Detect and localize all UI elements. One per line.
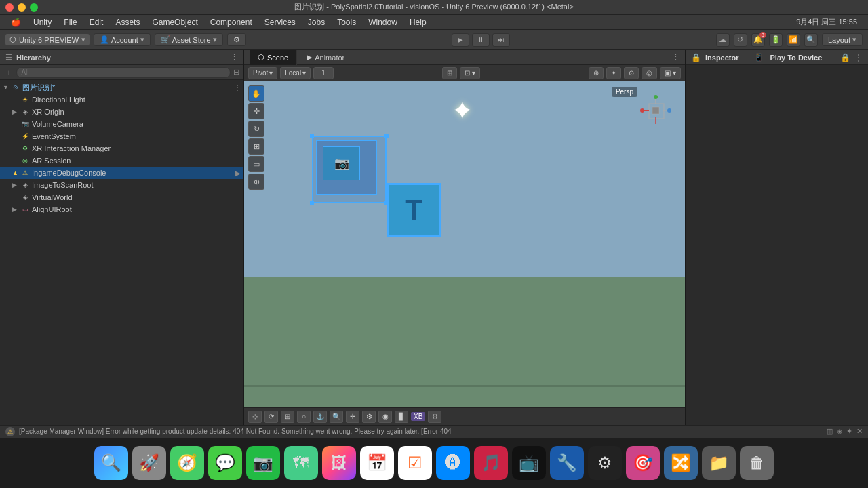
settings-button[interactable]: ⚙ (227, 33, 246, 46)
dock-trash[interactable]: 🗑 (740, 446, 774, 480)
dock-finder[interactable]: 🔍 (94, 446, 128, 480)
hierarchy-item-xr-origin[interactable]: ▶ ◈ XR Origin (0, 106, 243, 118)
collab-button[interactable]: ↺ (734, 33, 747, 47)
scale-btn[interactable]: ⊞ (281, 411, 294, 423)
custom1-btn[interactable]: ⚙ (362, 411, 376, 423)
minimize-button[interactable] (18, 3, 26, 12)
fx-btn[interactable]: ✦ (606, 67, 621, 79)
local-dropdown[interactable]: Local ▾ (280, 67, 311, 79)
hierarchy-item-scene[interactable]: ▼ ⊙ 图片识别* ⋮ (0, 81, 243, 94)
hierarchy-item-event-system[interactable]: ⚡ EventSystem (0, 130, 243, 142)
hierarchy-item-ingame-debug-console[interactable]: ▲ ⚠ IngameDebugConsole ▶ (0, 167, 243, 179)
transform-tool-icon[interactable]: ⊕ (248, 174, 264, 190)
status-icon3[interactable]: ✦ (846, 427, 852, 436)
menu-apple[interactable]: 🍎 (5, 16, 26, 28)
move-tool-icon[interactable]: ✛ (248, 103, 264, 119)
notification-button[interactable]: 🔔 3 (751, 33, 765, 47)
hierarchy-more-icon[interactable]: ⋮ (231, 53, 238, 62)
hierarchy-item-xr-interaction-manager[interactable]: ⚙ XR Interaction Manager (0, 142, 243, 155)
traffic-lights[interactable] (5, 3, 38, 12)
dock-maps[interactable]: 🗺 (284, 446, 318, 480)
dock-safari[interactable]: 🧭 (170, 446, 204, 480)
anchor-btn[interactable]: ⚓ (313, 411, 327, 423)
menu-component[interactable]: Component (205, 16, 258, 28)
rotate-btn[interactable]: ⟳ (264, 411, 278, 423)
dock-photos[interactable]: 🖼 (322, 446, 356, 480)
gear-btn[interactable]: ⚙ (428, 411, 441, 423)
dock-unity[interactable]: ⚙ (588, 446, 622, 480)
dock-appstore[interactable]: 🅐 (436, 446, 470, 480)
scene-gizmo[interactable] (639, 94, 673, 129)
asset-store-button[interactable]: 🛒 Asset Store ▾ (155, 33, 223, 46)
close-button[interactable] (5, 3, 14, 12)
dock-facetime[interactable]: 📷 (246, 446, 280, 480)
cloud-button[interactable]: ☁ (716, 33, 730, 47)
search-bottom-btn[interactable]: 🔍 (330, 411, 343, 423)
dock-appletv[interactable]: 📺 (512, 446, 546, 480)
xb-badge[interactable]: XB (411, 412, 425, 421)
grid-display-btn[interactable]: ⊞ (442, 67, 457, 79)
menu-jobs[interactable]: Jobs (302, 16, 330, 28)
account-button[interactable]: 👤 Account ▾ (94, 33, 151, 46)
hierarchy-item-virtual-world[interactable]: ◈ VirtualWorld (0, 191, 243, 203)
scene-text-object: T (387, 183, 441, 237)
scene-tab-scene[interactable]: ⬡ Scene (250, 50, 297, 65)
render-btn[interactable]: ⊙ (624, 67, 639, 79)
hierarchy-item-volume-camera[interactable]: 📷 VolumeCamera (0, 118, 243, 130)
menu-unity[interactable]: Unity (28, 16, 57, 28)
dock-fork[interactable]: 🔀 (664, 446, 698, 480)
dock-music[interactable]: 🎵 (474, 446, 508, 480)
menu-help[interactable]: Help (404, 16, 432, 28)
hierarchy-toolbar: + ⊟ (0, 65, 243, 80)
menu-window[interactable]: Window (363, 16, 403, 28)
menu-assets[interactable]: Assets (110, 16, 145, 28)
status-close-icon[interactable]: ✕ (856, 427, 863, 436)
scene-viewport[interactable]: ✋ ✛ ↻ ⊞ ▭ ⊕ (244, 81, 685, 407)
dock-launchpad[interactable]: 🚀 (132, 446, 166, 480)
hierarchy-item-image-to-scan[interactable]: ▶ ◈ ImageToScanRoot (0, 179, 243, 191)
status-icon2[interactable]: ◈ (837, 427, 842, 436)
play-button[interactable]: ▶ (452, 33, 469, 47)
step-button[interactable]: ⏭ (492, 33, 510, 47)
dock-reminders[interactable]: ☑ (398, 446, 432, 480)
rotate-tool-icon[interactable]: ↻ (248, 121, 264, 137)
circle-btn[interactable]: ○ (297, 411, 311, 423)
scale-tool-icon[interactable]: ⊞ (248, 138, 264, 155)
shading-btn[interactable]: ⊡ ▾ (460, 67, 480, 79)
dock-calendar[interactable]: 📅 (360, 446, 394, 480)
inspector-more-icon[interactable]: ⋮ (854, 53, 863, 62)
hierarchy-item-ar-session[interactable]: ◎ AR Session (0, 155, 243, 167)
pivot-dropdown[interactable]: Pivot ▾ (248, 67, 277, 79)
menu-services[interactable]: Services (259, 16, 301, 28)
hierarchy-item-directional-light[interactable]: ☀ Directional Light (0, 94, 243, 106)
menu-tools[interactable]: Tools (332, 16, 361, 28)
plus-btn[interactable]: ✛ (346, 411, 359, 423)
move-btn[interactable]: ⊹ (248, 411, 262, 423)
gizmo-btn[interactable]: ⊕ (589, 67, 604, 79)
pause-button[interactable]: ⏸ (472, 33, 490, 47)
hierarchy-item-align-ui-root[interactable]: ▶ ▭ AlignUIRoot (0, 203, 243, 216)
status-icon1[interactable]: ▥ (826, 427, 833, 436)
scene-tab-animator[interactable]: ▶ Animator (298, 50, 353, 65)
menu-file[interactable]: File (58, 16, 82, 28)
maximize-button[interactable] (30, 3, 38, 12)
menu-gameobject[interactable]: GameObject (146, 16, 203, 28)
dock-messages[interactable]: 💬 (208, 446, 242, 480)
dock-xcode[interactable]: 🔧 (550, 446, 584, 480)
inspector-lock-icon[interactable]: 🔒 (840, 53, 850, 62)
hierarchy-search[interactable] (16, 67, 231, 78)
scene-more-icon[interactable]: ⋮ (672, 53, 679, 62)
bar-btn[interactable]: ▊ (395, 411, 408, 423)
hierarchy-add-button[interactable]: + (4, 68, 14, 77)
search-icon[interactable]: 🔍 (804, 33, 818, 47)
dock-files[interactable]: 📁 (702, 446, 736, 480)
menu-edit[interactable]: Edit (84, 16, 109, 28)
post-btn[interactable]: ◎ (642, 67, 657, 79)
overlay-btn[interactable]: ▣ ▾ (660, 67, 681, 79)
dock-rider[interactable]: 🎯 (626, 446, 660, 480)
custom2-btn[interactable]: ◉ (378, 411, 392, 423)
hand-tool-icon[interactable]: ✋ (248, 85, 264, 102)
hierarchy-filter-icon[interactable]: ⊟ (233, 68, 239, 77)
rect-tool-icon[interactable]: ▭ (248, 156, 264, 172)
layout-button[interactable]: Layout ▾ (822, 33, 863, 46)
